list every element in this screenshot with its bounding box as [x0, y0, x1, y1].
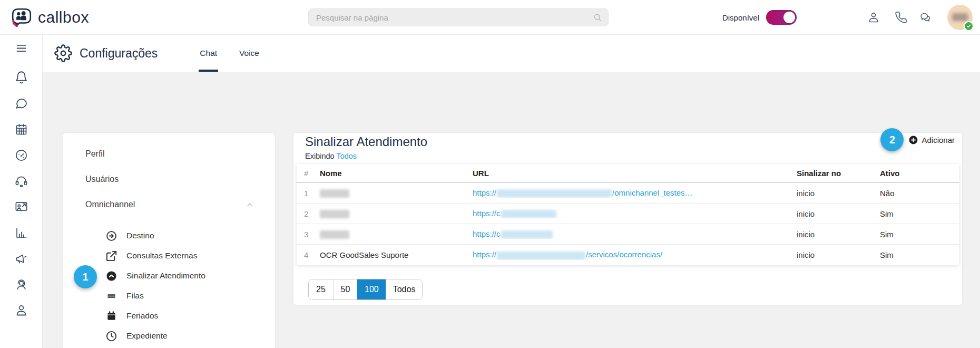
avatar-redacted-content — [952, 13, 968, 21]
menu-item-label: Usuários — [85, 175, 119, 184]
step-badge-1: 1 — [74, 265, 97, 288]
external-link-icon — [105, 250, 117, 262]
submenu-item-consultas-externas[interactable]: Consultas Externas — [63, 246, 275, 266]
page-size-50[interactable]: 50 — [333, 279, 357, 299]
add-action-area: 2 Adicionar — [880, 128, 955, 151]
row-name — [320, 229, 473, 239]
gear-icon — [54, 44, 72, 62]
table-row: 1 https:///omnichannel_testes… inicio Nã… — [297, 183, 959, 204]
col-header-num: # — [304, 169, 320, 178]
row-number: 1 — [304, 189, 320, 198]
settings-menu-panel: Perfil Usuários Omnichannel Destino Cons… — [63, 133, 275, 348]
chats-icon[interactable] — [919, 11, 932, 24]
row-name — [320, 209, 473, 218]
chevron-up-icon — [246, 200, 254, 209]
url-link[interactable]: https://c — [473, 209, 557, 218]
menu-icon[interactable] — [14, 41, 28, 55]
menu-item-perfil[interactable]: Perfil — [63, 141, 275, 167]
search-input[interactable] — [308, 8, 609, 26]
page-title: Configurações — [80, 46, 158, 61]
availability-toggle[interactable] — [766, 10, 797, 25]
redacted-name — [320, 210, 349, 218]
menu-item-omnichannel[interactable]: Omnichannel — [63, 192, 275, 217]
row-url: https:///servicos/ocorrencias/ — [473, 250, 797, 259]
chat-bubble-icon[interactable] — [14, 96, 28, 111]
row-url: https://c — [473, 209, 797, 218]
clock-icon — [105, 330, 117, 342]
calendar-icon[interactable] — [14, 122, 28, 137]
url-link[interactable]: https:///servicos/ocorrencias/ — [473, 250, 662, 259]
availability-label: Disponível — [722, 13, 759, 22]
submenu-item-label: Sinalizar Atendimento — [126, 271, 205, 281]
tab-chat[interactable]: Chat — [199, 35, 218, 72]
url-link[interactable]: https://c — [473, 229, 553, 238]
redacted-url-segment — [497, 189, 612, 198]
phone-icon[interactable] — [895, 11, 907, 24]
submenu-item-expediente[interactable]: Expediente — [63, 326, 275, 346]
logo-wordmark: callbox — [38, 8, 89, 26]
gauge-icon[interactable] — [14, 148, 28, 162]
table-header-row: # Nome URL Sinalizar no Ativo — [297, 164, 959, 183]
user-profile-icon[interactable] — [14, 303, 28, 317]
showing-value-link[interactable]: Todos — [336, 152, 357, 160]
table-row: 4 OCR GoodSales Suporte https:///servico… — [297, 245, 959, 265]
add-button[interactable]: Adicionar — [908, 135, 955, 145]
megaphone-icon[interactable] — [14, 252, 28, 266]
add-button-label: Adicionar — [922, 136, 955, 144]
url-link[interactable]: https:///omnichannel_testes… — [473, 188, 693, 197]
settings-header-bar: Configurações Chat Voice — [43, 35, 980, 72]
submenu-item-label: Filas — [126, 291, 144, 301]
callbox-logo[interactable]: callbox — [11, 6, 89, 28]
row-ativo: Não — [880, 189, 952, 198]
menu-item-label: Omnichannel — [85, 200, 135, 209]
row-sinalizar-no: inicio — [797, 189, 880, 198]
callbox-logo-icon — [11, 6, 33, 28]
page-size-25[interactable]: 25 — [309, 279, 333, 299]
row-url: https:///omnichannel_testes… — [473, 188, 797, 198]
submenu-item-feriados[interactable]: Feriados — [63, 306, 275, 326]
col-header-nome: Nome — [320, 169, 473, 178]
row-ativo: Sim — [880, 209, 952, 218]
user-icon[interactable] — [867, 11, 880, 24]
icon-rail-sidebar — [0, 35, 43, 348]
menu-item-usuarios[interactable]: Usuários — [63, 167, 275, 192]
search-icon — [593, 13, 602, 22]
row-sinalizar-no: inicio — [797, 209, 880, 218]
plus-circle-icon — [908, 135, 918, 145]
support-agent-icon[interactable] — [14, 277, 28, 292]
arrow-circle-right-icon — [105, 230, 117, 242]
row-url: https://c — [473, 229, 797, 239]
page-size-todos[interactable]: Todos — [386, 279, 423, 299]
table-row: 2 https://c inicio Sim — [297, 204, 959, 224]
row-sinalizar-no: inicio — [797, 230, 880, 239]
top-header-bar: callbox Disponível — [0, 0, 980, 35]
redacted-url-segment — [497, 252, 585, 260]
availability-control: Disponível — [722, 0, 797, 35]
menu-item-label: Perfil — [85, 149, 104, 159]
headset-icon[interactable] — [14, 174, 28, 188]
page-size-100[interactable]: 100 — [357, 279, 386, 299]
app-window: callbox Disponível — [0, 0, 980, 348]
showing-filter: Exibindo Todos — [305, 152, 962, 160]
avatar[interactable] — [947, 5, 973, 30]
tab-voice[interactable]: Voice — [238, 35, 260, 72]
col-header-url: URL — [473, 169, 797, 178]
submenu-item-label: Consultas Externas — [126, 251, 197, 260]
redacted-url-segment — [501, 210, 556, 218]
notifications-bell-icon[interactable] — [14, 71, 28, 85]
row-number: 4 — [304, 250, 320, 259]
online-status-check-icon — [964, 21, 974, 31]
submenu-item-filas[interactable]: Filas — [63, 286, 275, 306]
redacted-name — [320, 230, 349, 239]
row-ativo: Sim — [880, 250, 952, 259]
submenu-item-destino[interactable]: Destino — [63, 226, 275, 246]
redacted-name — [320, 189, 349, 198]
screen-share-person-icon[interactable] — [14, 200, 28, 214]
row-sinalizar-no: inicio — [797, 250, 880, 259]
bar-chart-icon[interactable] — [14, 226, 28, 240]
global-search — [308, 8, 609, 26]
sinalizar-atendimento-panel: Sinalizar Atendimento Exibindo Todos 2 A… — [293, 133, 962, 305]
row-number: 2 — [304, 209, 320, 218]
settings-tabs: Chat Voice — [199, 35, 260, 72]
row-number: 3 — [304, 230, 320, 239]
